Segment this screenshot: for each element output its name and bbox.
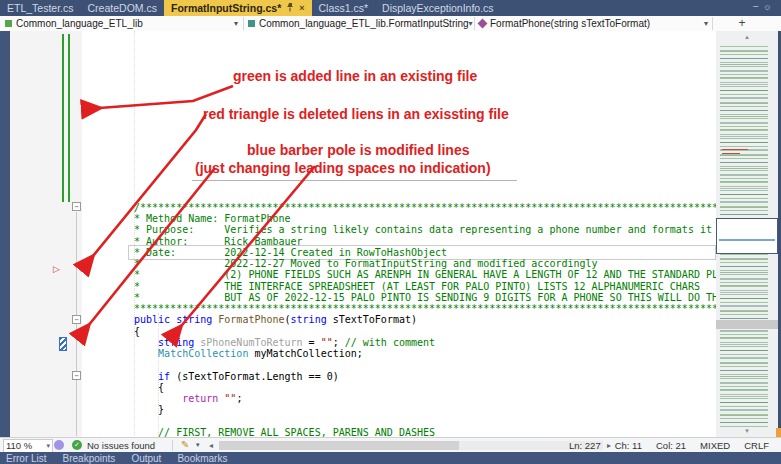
annotation-underline [192, 180, 517, 181]
horizontal-scrollbar[interactable] [219, 441, 603, 450]
project-dropdown[interactable]: Common_language_ETL_lib ▾ [2, 16, 242, 30]
tab-displayexceptioninfo[interactable]: DisplayExceptionInfo.cs [375, 0, 500, 16]
issues-status: No issues found [87, 440, 155, 451]
close-icon[interactable]: × [299, 4, 304, 13]
divider [712, 17, 713, 30]
code-layer: /***************************************… [82, 33, 716, 437]
scroll-up-icon[interactable]: ▴ [716, 33, 778, 41]
column-position: Col: 21 [656, 440, 686, 451]
tab-label: DisplayExceptionInfo.cs [382, 2, 493, 14]
chevron-down-icon: ▾ [46, 440, 50, 452]
type-dropdown-label: Common_language_ETL_lib.FormatInputStrin… [259, 18, 469, 29]
check-icon: ✓ [72, 440, 82, 450]
chevron-down-icon: ▾ [196, 441, 200, 449]
zoom-selector[interactable]: 110 %▾ [3, 439, 53, 453]
panel-tab-output[interactable]: Output [131, 453, 161, 464]
scroll-down-icon[interactable]: ▾ [716, 427, 778, 435]
pencil-icon[interactable]: ✎ [181, 439, 189, 450]
annotation-blue-note-line1: blue barber pole is modified lines [247, 142, 470, 158]
health-indicator-icon[interactable] [54, 440, 64, 450]
minimap-viewport[interactable] [716, 218, 778, 254]
fold-toggle[interactable]: − [72, 315, 81, 324]
minimap-mark [722, 153, 740, 154]
split-add-button[interactable]: + [734, 16, 750, 30]
divider [172, 440, 173, 451]
window-controls: −☼ [753, 1, 776, 12]
code-line[interactable]: * Method Name: FormatPhone [134, 213, 291, 224]
divider [243, 17, 244, 30]
annotation-red-note: red triangle is deleted liens in an exis… [203, 106, 509, 122]
code-line[interactable]: /***************************************… [134, 202, 716, 213]
panel-tab-breakpoints[interactable]: Breakpoints [63, 453, 116, 464]
outlining-line [76, 212, 77, 436]
tab-class1[interactable]: Class1.cs* [312, 0, 376, 16]
pin-icon[interactable] [286, 3, 294, 14]
minimize-icon[interactable]: − [753, 1, 763, 12]
code-line[interactable]: public string FormatPhone(string sTextTo… [134, 314, 417, 325]
code-line[interactable]: ****************************************… [134, 303, 716, 314]
tab-formatinputstring-active[interactable]: FormatInputString.cs* × [164, 0, 312, 16]
member-dropdown[interactable]: FormatPhone(string sTextToFormat) ▾ [476, 16, 712, 30]
code-line[interactable]: * BUT AS OF 2022-12-15 PALO PINTO IS SEN… [134, 292, 716, 303]
editor-status-strip: 110 %▾ ✓ No issues found ✎ ▾ ◂ ▸ Ln: 227… [0, 437, 781, 453]
encoding-indicator: MIXED [700, 440, 730, 451]
gear-icon[interactable]: ☼ [763, 1, 776, 12]
tab-etl-tester[interactable]: ETL_Tester.cs [0, 0, 81, 16]
annotation-green-note: green is added line in an existing file [233, 68, 477, 84]
code-line[interactable]: * (2) PHONE FIELDS SUCH AS ARENPH IN GEN… [134, 269, 716, 280]
tab-label: FormatInputString.cs* [171, 2, 281, 14]
type-dropdown[interactable]: Common_language_ETL_lib.FormatInputStrin… [245, 16, 473, 30]
line-ending-indicator: CRLF [744, 440, 769, 451]
class-icon [248, 20, 255, 27]
divider [474, 17, 475, 30]
modified-lines-barber-pole[interactable] [59, 337, 67, 351]
minimap-section-highlight [716, 320, 778, 329]
document-tab-bar: ETL_Tester.cs CreateDOM.cs FormatInputSt… [0, 0, 781, 16]
tab-label: ETL_Tester.cs [7, 2, 74, 14]
chevron-down-icon: ▾ [704, 19, 708, 28]
code-line[interactable]: { [134, 382, 164, 393]
minimap-current-line [719, 239, 775, 241]
deleted-lines-triangle-icon[interactable]: ▷ [53, 263, 65, 275]
code-line[interactable]: // FIRST, REMOVE ALL SPACES, PARENS AND … [134, 427, 435, 437]
code-line[interactable]: * Date: 2022-12-14 Created in RowToHashO… [134, 247, 447, 258]
code-line[interactable]: } [134, 404, 164, 415]
chevron-down-icon: ▾ [469, 19, 473, 28]
minimap-mark [722, 149, 748, 150]
code-line[interactable]: * 2022-12-27 Moved to FormatInputString … [134, 258, 598, 269]
code-line[interactable]: if (sTextToFormat.Length == 0) [134, 371, 339, 382]
chevron-down-icon: ▾ [234, 19, 238, 28]
code-line[interactable]: string sPhoneNumToReturn = ""; // with c… [134, 337, 435, 348]
char-position: Ch: 11 [615, 440, 642, 451]
tab-label: CreateDOM.cs [88, 2, 157, 14]
code-line[interactable]: return ""; [134, 393, 242, 404]
method-icon [478, 18, 488, 28]
code-line[interactable]: { [134, 326, 140, 337]
added-lines-indicator[interactable] [62, 34, 70, 202]
navigation-bar: Common_language_ETL_lib ▾ Common_languag… [0, 16, 781, 32]
tab-label: Class1.cs* [319, 2, 369, 14]
member-dropdown-label: FormatPhone(string sTextToFormat) [490, 18, 650, 29]
panel-tab-bookmarks[interactable]: Bookmarks [177, 453, 227, 464]
minimap-scrollbar[interactable]: ▴ ▾ [716, 31, 778, 437]
code-line[interactable]: * THE INTERFACE SPREADSHEET (AT LEAST FO… [134, 281, 700, 292]
scrollbar-thumb[interactable] [219, 441, 459, 450]
panel-tab-error-list[interactable]: Error List [6, 453, 47, 464]
line-position: Ln: 227 [569, 440, 601, 451]
annotation-blue-note-line2: (just changing leading spaces no indicat… [195, 160, 491, 176]
tab-createdom[interactable]: CreateDOM.cs [81, 0, 164, 16]
scroll-left-icon[interactable]: ◂ [209, 441, 213, 450]
project-icon [5, 20, 12, 27]
code-line[interactable]: MatchCollection myMatchCollection; [134, 348, 363, 359]
code-line[interactable]: * Author: Rick Bambauer [134, 236, 303, 247]
fold-toggle[interactable]: − [72, 202, 81, 211]
fold-toggle[interactable]: − [72, 371, 81, 380]
editor-left-margin [0, 31, 10, 437]
code-line[interactable]: * Purpose: Verifies a string likely cont… [134, 224, 712, 235]
code-editor: 2082092102112122132142152162172182192202… [0, 31, 781, 437]
zoom-value: 110 % [6, 440, 32, 451]
modified-file-mark [776, 428, 781, 437]
project-dropdown-label: Common_language_ETL_lib [16, 18, 143, 29]
bottom-panel-bar: Error List Breakpoints Output Bookmarks [0, 452, 781, 464]
